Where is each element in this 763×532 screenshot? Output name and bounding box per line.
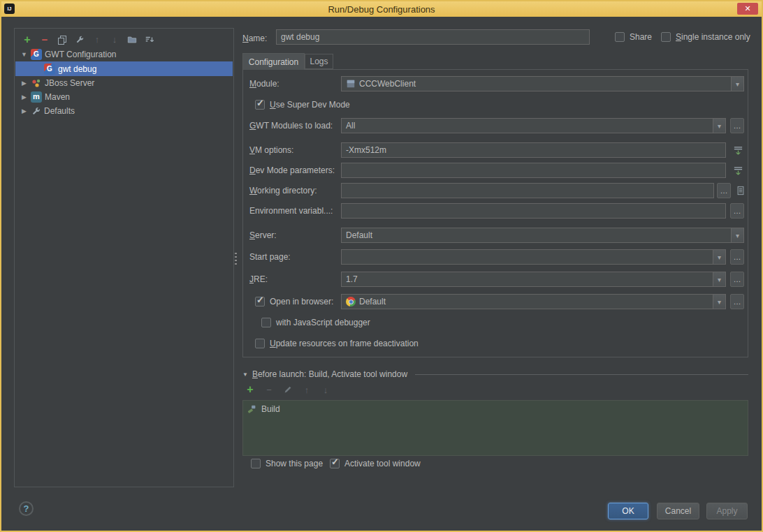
move-up-button[interactable]: ↑: [92, 34, 103, 45]
checkbox-box[interactable]: [661, 32, 671, 42]
expander-collapsed-icon[interactable]: ▶: [20, 108, 28, 114]
update-resources-checkbox[interactable]: Update resources on frame deactivation: [255, 339, 419, 348]
share-checkbox[interactable]: Share: [615, 32, 652, 42]
configuration-tab-panel: Module: CCCWebClient ▾ ✓ Use Super Dev M…: [242, 69, 748, 357]
add-task-button[interactable]: +: [245, 384, 256, 395]
activate-tool-window-label: Activate tool window: [344, 459, 421, 468]
vm-options-label: VM options:: [249, 145, 293, 155]
js-debugger-checkbox[interactable]: with JavaScript debugger: [261, 318, 370, 327]
move-task-down-button[interactable]: ↓: [320, 384, 331, 395]
jre-combo[interactable]: 1.7 ▾: [341, 272, 726, 287]
remove-configuration-button[interactable]: −: [39, 34, 50, 45]
close-button[interactable]: ✕: [737, 3, 758, 15]
show-this-page-label: Show this page: [266, 459, 323, 468]
server-combo[interactable]: Default ▾: [341, 228, 744, 243]
expander-collapsed-icon[interactable]: ▶: [20, 80, 28, 87]
run-debug-configurations-dialog: IJ Run/Debug Configurations ✕ + − ↑ ↓: [0, 0, 763, 532]
working-directory-browse-button[interactable]: …: [717, 183, 731, 198]
checkbox-box[interactable]: ✓: [330, 459, 340, 468]
checkbox-box[interactable]: ✓: [255, 297, 265, 306]
dev-mode-parameters-expand-button[interactable]: [731, 163, 745, 177]
checkbox-box[interactable]: [255, 339, 265, 348]
checkbox-box[interactable]: [615, 32, 625, 42]
checkbox-box[interactable]: [261, 318, 271, 327]
collapse-arrow-icon[interactable]: ▼: [242, 371, 248, 378]
start-page-combo[interactable]: ▾: [341, 249, 726, 265]
chevron-down-icon: ▾: [718, 253, 721, 261]
move-task-up-button[interactable]: ↑: [301, 384, 312, 395]
module-label: Module:: [249, 79, 279, 89]
gwt-modules-browse-button[interactable]: …: [730, 118, 744, 133]
build-icon: [247, 404, 257, 414]
tree-toolbar: + − ↑ ↓: [15, 29, 233, 47]
move-down-button[interactable]: ↓: [109, 34, 120, 45]
show-this-page-checkbox[interactable]: Show this page: [251, 459, 323, 468]
checkbox-box[interactable]: [251, 459, 261, 468]
dropdown-arrow-button[interactable]: ▾: [713, 272, 725, 286]
chevron-down-icon: ▾: [718, 276, 721, 283]
name-input[interactable]: [276, 29, 590, 45]
browser-combo[interactable]: Default ▾: [341, 294, 726, 309]
working-directory-input[interactable]: [341, 183, 714, 198]
remove-task-button[interactable]: −: [263, 384, 275, 395]
edit-task-button[interactable]: [282, 384, 293, 395]
tree-item-maven[interactable]: ▶ m Maven: [15, 90, 233, 104]
titlebar[interactable]: IJ Run/Debug Configurations ✕: [1, 1, 762, 17]
copy-configuration-button[interactable]: [57, 34, 68, 45]
start-page-browse-button[interactable]: …: [730, 249, 744, 265]
dropdown-arrow-button[interactable]: ▾: [713, 119, 725, 133]
server-label: Server:: [249, 230, 277, 240]
sort-configurations-button[interactable]: [144, 34, 155, 45]
dropdown-arrow-button[interactable]: ▾: [713, 250, 725, 264]
check-icon: ✓: [256, 295, 264, 305]
open-in-browser-checkbox[interactable]: ✓ Open in browser:: [255, 297, 333, 306]
browser-browse-button[interactable]: …: [730, 294, 744, 309]
create-folder-button[interactable]: [126, 34, 138, 45]
activate-tool-window-checkbox[interactable]: ✓ Activate tool window: [330, 459, 421, 468]
module-combo[interactable]: CCCWebClient ▾: [341, 76, 744, 91]
splitter-handle[interactable]: [235, 253, 237, 267]
add-configuration-button[interactable]: +: [22, 34, 33, 45]
tree-item-gwt-configuration[interactable]: ▼ G GWT Configuration: [15, 47, 233, 61]
expander-collapsed-icon[interactable]: ▶: [20, 94, 28, 101]
separator-line: [415, 374, 748, 375]
environment-variables-browse-button[interactable]: …: [730, 203, 744, 219]
cancel-button[interactable]: Cancel: [657, 503, 699, 519]
single-instance-checkbox[interactable]: Single instance only: [661, 32, 750, 42]
working-directory-label: Working directory:: [249, 186, 317, 195]
jre-value: 1.7: [346, 274, 358, 284]
environment-variables-label: Environment variabl...:: [249, 206, 333, 216]
dev-mode-parameters-input[interactable]: [341, 163, 726, 178]
gwt-modules-label: GWT Modules to load:: [249, 121, 333, 131]
vm-options-expand-button[interactable]: [731, 143, 745, 157]
tree-item-jboss-server[interactable]: ▶ JBoss Server: [15, 76, 233, 90]
dropdown-arrow-button[interactable]: ▾: [713, 295, 725, 309]
before-launch-list[interactable]: Build: [242, 400, 748, 456]
edit-defaults-button[interactable]: [74, 34, 85, 45]
tree-item-gwt-debug[interactable]: G gwt debug: [15, 61, 233, 76]
before-launch-toolbar: + − ↑ ↓: [245, 384, 331, 395]
apply-button[interactable]: Apply: [706, 503, 748, 519]
tab-logs[interactable]: Logs: [305, 54, 333, 69]
dropdown-arrow-button[interactable]: ▾: [731, 77, 743, 91]
tab-configuration[interactable]: Configuration: [242, 53, 305, 70]
tree-item-defaults[interactable]: ▶ Defaults: [15, 104, 233, 118]
use-super-dev-mode-checkbox[interactable]: ✓ Use Super Dev Mode: [255, 100, 350, 110]
wrench-icon: [75, 35, 85, 45]
checkbox-box[interactable]: ✓: [255, 100, 265, 110]
help-button[interactable]: ?: [19, 501, 34, 516]
before-launch-task-build[interactable]: Build: [243, 401, 748, 415]
vm-options-input[interactable]: [341, 142, 726, 158]
dropdown-arrow-button[interactable]: ▾: [731, 228, 743, 242]
folder-icon: [127, 35, 137, 45]
ellipsis-icon: …: [734, 207, 741, 215]
gwt-modules-combo[interactable]: All ▾: [341, 118, 726, 133]
ellipsis-icon: …: [734, 253, 741, 261]
expander-expanded-icon[interactable]: ▼: [20, 51, 28, 58]
ok-button[interactable]: OK: [608, 503, 648, 519]
chrome-icon: [346, 297, 356, 306]
environment-variables-input[interactable]: [341, 203, 726, 219]
working-directory-macro-button[interactable]: [734, 184, 748, 198]
jre-browse-button[interactable]: …: [730, 272, 744, 287]
before-launch-header[interactable]: ▼ Before launch: Build, Activate tool wi…: [242, 369, 748, 379]
